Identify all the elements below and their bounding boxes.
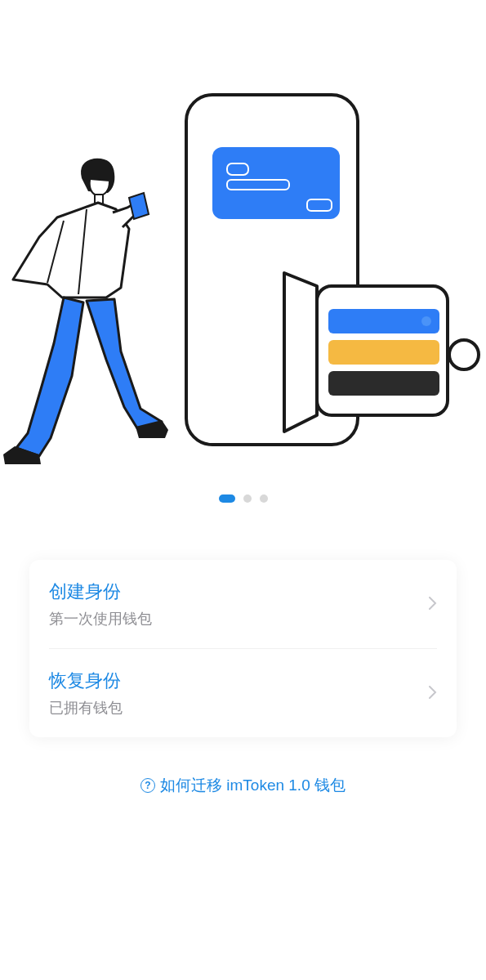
onboarding-illustration bbox=[0, 16, 486, 474]
help-text: 如何迁移 imToken 1.0 钱包 bbox=[160, 775, 346, 796]
help-icon: ? bbox=[140, 778, 155, 793]
options-card: 创建身份 第一次使用钱包 恢复身份 已拥有钱包 bbox=[29, 560, 457, 737]
create-identity-subtitle: 第一次使用钱包 bbox=[49, 609, 152, 629]
create-identity-option[interactable]: 创建身份 第一次使用钱包 bbox=[29, 560, 457, 648]
pagination-dot[interactable] bbox=[243, 494, 252, 503]
chevron-right-icon bbox=[429, 684, 437, 703]
pagination-dots bbox=[0, 494, 486, 503]
pagination-dot[interactable] bbox=[260, 494, 268, 503]
migration-help-link[interactable]: ? 如何迁移 imToken 1.0 钱包 bbox=[0, 775, 486, 796]
svg-point-8 bbox=[421, 316, 431, 326]
restore-identity-subtitle: 已拥有钱包 bbox=[49, 698, 123, 718]
chevron-right-icon bbox=[429, 595, 437, 614]
svg-rect-10 bbox=[328, 371, 439, 396]
svg-point-6 bbox=[449, 340, 479, 369]
svg-rect-1 bbox=[212, 147, 340, 219]
create-identity-title: 创建身份 bbox=[49, 579, 152, 604]
restore-identity-title: 恢复身份 bbox=[49, 669, 123, 693]
restore-identity-option[interactable]: 恢复身份 已拥有钱包 bbox=[29, 649, 457, 737]
svg-rect-9 bbox=[328, 340, 439, 365]
pagination-dot-active[interactable] bbox=[219, 494, 235, 503]
